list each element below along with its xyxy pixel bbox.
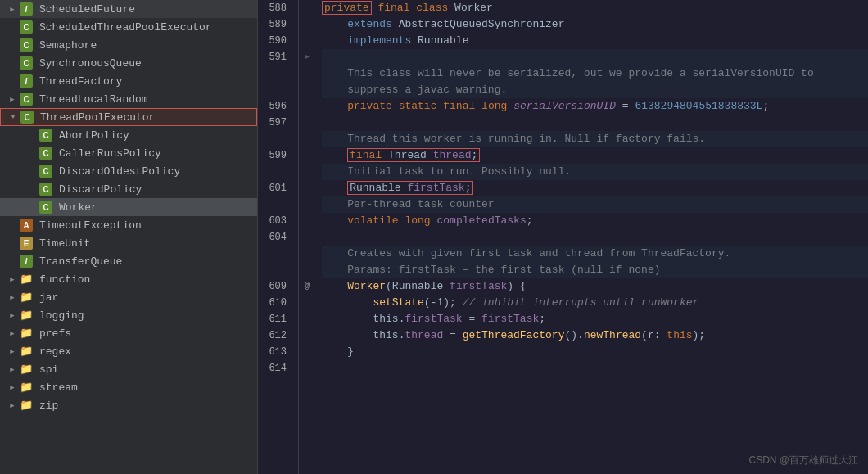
line-number: 591 xyxy=(258,49,292,65)
gutter-item xyxy=(299,115,315,131)
class-icon: C xyxy=(39,183,52,196)
item-label: function xyxy=(39,273,90,286)
gutter-item xyxy=(299,196,315,213)
line-number xyxy=(258,262,292,278)
sidebar-item-transferqueue[interactable]: ITransferQueue xyxy=(0,252,257,270)
code-line: final Thread thread; xyxy=(322,147,868,164)
item-label: DiscardOldestPolicy xyxy=(59,165,180,178)
code-line xyxy=(322,49,868,65)
line-number xyxy=(258,65,292,82)
code-line: Worker(Runnable firstTask) { xyxy=(322,278,868,295)
expand-arrow[interactable]: ▶ xyxy=(7,275,18,284)
sidebar-item-abortpolicy[interactable]: CAbortPolicy xyxy=(0,126,257,144)
expand-arrow[interactable]: ▶ xyxy=(7,95,18,104)
item-label: jar xyxy=(39,291,58,304)
item-label: spi xyxy=(39,363,58,376)
sidebar-item-zip[interactable]: ▶📁zip xyxy=(0,396,257,414)
line-numbers: 5885895905915965975996016036046096106116… xyxy=(258,0,299,474)
expand-arrow[interactable]: ▶ xyxy=(7,401,18,410)
sidebar-item-timeunit[interactable]: ETimeUnit xyxy=(0,234,257,252)
sidebar-item-callerrunspolicy[interactable]: CCallerRunsPolicy xyxy=(0,144,257,162)
gutter-item xyxy=(299,295,315,311)
item-label: DiscardPolicy xyxy=(59,183,142,196)
sidebar-item-scheduledfuture[interactable]: ▶IScheduledFuture xyxy=(0,0,257,18)
gutter-item xyxy=(299,164,315,180)
item-label: Semaphore xyxy=(39,39,97,52)
code-line: volatile long completedTasks; xyxy=(322,213,868,229)
line-number xyxy=(258,196,292,213)
code-line: Creates with given first task and thread… xyxy=(322,246,868,262)
sidebar-item-threadlocalrandom[interactable]: ▶CThreadLocalRandom xyxy=(0,90,257,108)
line-number: 611 xyxy=(258,311,292,327)
code-line: Runnable firstTask; xyxy=(322,180,868,196)
item-label: stream xyxy=(39,381,78,394)
expand-arrow[interactable]: ▶ xyxy=(7,329,18,338)
sidebar-item-stream[interactable]: ▶📁stream xyxy=(0,378,257,396)
expand-arrow[interactable]: ▶ xyxy=(7,383,18,392)
expand-arrow[interactable]: ▶ xyxy=(7,347,18,356)
sidebar-item-worker[interactable]: CWorker xyxy=(0,198,257,216)
expand-arrow[interactable]: ▶ xyxy=(7,5,18,14)
code-line xyxy=(322,360,868,377)
sidebar-item-synchronousqueue[interactable]: CSynchronousQueue xyxy=(0,54,257,72)
gutter-item xyxy=(299,82,315,98)
item-label: ThreadPoolExecutor xyxy=(40,111,155,124)
class-icon: C xyxy=(20,38,33,52)
class-icon: C xyxy=(20,93,33,106)
sidebar-item-discardoldestpolicy[interactable]: CDiscardOldestPolicy xyxy=(0,162,257,180)
sidebar-item-semaphore[interactable]: CSemaphore xyxy=(0,36,257,54)
code-line: setState(-1); // inhibit interrupts unti… xyxy=(322,295,868,311)
item-label: ScheduledFuture xyxy=(39,3,135,16)
sidebar-item-threadfactory[interactable]: IThreadFactory xyxy=(0,72,257,90)
folder-icon: 📁 xyxy=(20,399,33,412)
folder-icon: 📁 xyxy=(20,381,33,394)
gutter-item xyxy=(299,344,315,360)
code-line: Initial task to run. Possibly null. xyxy=(322,164,868,180)
sidebar-item-logging[interactable]: ▶📁logging xyxy=(0,306,257,324)
class-icon: I xyxy=(20,74,33,88)
gutter-item xyxy=(299,229,315,246)
line-number: 597 xyxy=(258,115,292,131)
item-label: logging xyxy=(39,309,84,322)
code-line xyxy=(322,229,868,246)
sidebar-item-function[interactable]: ▶📁function xyxy=(0,270,257,288)
code-line: Per-thread task counter xyxy=(322,196,868,213)
line-number: 614 xyxy=(258,360,292,377)
file-tree[interactable]: ▶IScheduledFutureCScheduledThreadPoolExe… xyxy=(0,0,258,474)
sidebar-item-discardpolicy[interactable]: CDiscardPolicy xyxy=(0,180,257,198)
code-line: Thread this worker is running in. Null i… xyxy=(322,131,868,147)
item-label: regex xyxy=(39,345,71,358)
gutter-item xyxy=(299,0,315,16)
expand-arrow[interactable]: ▶ xyxy=(7,311,18,320)
code-line xyxy=(322,115,868,131)
expand-arrow[interactable]: ▶ xyxy=(7,365,18,374)
line-number xyxy=(258,164,292,180)
gutter: ▶@ xyxy=(299,0,315,474)
line-number xyxy=(258,246,292,262)
gutter-item xyxy=(299,16,315,33)
class-icon: C xyxy=(39,165,52,178)
line-number: 609 xyxy=(258,278,292,295)
expand-arrow[interactable]: ▼ xyxy=(7,113,19,121)
gutter-item xyxy=(299,65,315,82)
sidebar-item-scheduledthreadpoolexecutor[interactable]: CScheduledThreadPoolExecutor xyxy=(0,18,257,36)
gutter-item xyxy=(299,360,315,377)
code-editor: 5885895905915965975996016036046096106116… xyxy=(258,0,868,474)
folder-icon: 📁 xyxy=(20,363,33,376)
sidebar-item-prefs[interactable]: ▶📁prefs xyxy=(0,324,257,342)
sidebar-item-jar[interactable]: ▶📁jar xyxy=(0,288,257,306)
expand-arrow[interactable]: ▶ xyxy=(7,293,18,302)
code-line: this.thread = getThreadFactory().newThre… xyxy=(322,327,868,344)
line-number: 613 xyxy=(258,344,292,360)
gutter-item xyxy=(299,131,315,147)
sidebar-item-threadpoolexecutor[interactable]: ▼CThreadPoolExecutor xyxy=(0,108,257,126)
sidebar-item-regex[interactable]: ▶📁regex xyxy=(0,342,257,360)
gutter-item xyxy=(299,262,315,278)
gutter-item xyxy=(299,180,315,196)
folder-icon: 📁 xyxy=(20,291,33,304)
sidebar-item-timeoutexception[interactable]: ATimeoutException xyxy=(0,216,257,234)
sidebar-item-spi[interactable]: ▶📁spi xyxy=(0,360,257,378)
line-number: 588 xyxy=(258,0,292,16)
item-label: ScheduledThreadPoolExecutor xyxy=(39,21,212,34)
item-label: Worker xyxy=(59,201,97,214)
